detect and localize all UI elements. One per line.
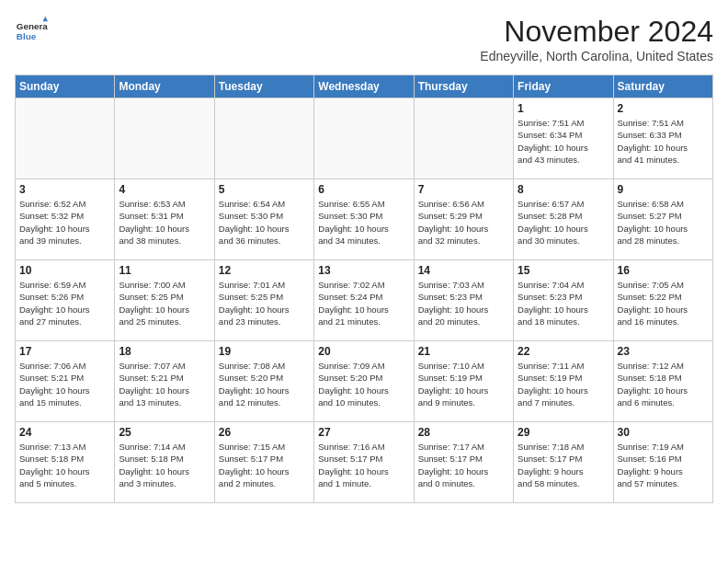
calendar-cell: 11Sunrise: 7:00 AM Sunset: 5:25 PM Dayli…	[115, 260, 214, 341]
day-number: 18	[119, 345, 210, 358]
calendar-table: SundayMondayTuesdayWednesdayThursdayFrid…	[15, 75, 713, 503]
calendar-cell: 17Sunrise: 7:06 AM Sunset: 5:21 PM Dayli…	[16, 341, 115, 422]
calendar-cell: 24Sunrise: 7:13 AM Sunset: 5:18 PM Dayli…	[16, 422, 115, 503]
day-number: 14	[418, 264, 509, 277]
calendar-cell: 4Sunrise: 6:53 AM Sunset: 5:31 PM Daylig…	[115, 179, 214, 260]
calendar-day-header-sunday: Sunday	[16, 75, 115, 98]
day-info: Sunrise: 6:56 AM Sunset: 5:29 PM Dayligh…	[418, 198, 509, 247]
day-number: 30	[618, 426, 709, 439]
calendar-cell: 29Sunrise: 7:18 AM Sunset: 5:17 PM Dayli…	[514, 422, 613, 503]
day-info: Sunrise: 7:04 AM Sunset: 5:23 PM Dayligh…	[518, 279, 609, 327]
page-header: General Blue November 2024 Edneyville, N…	[15, 15, 713, 63]
calendar-cell: 10Sunrise: 6:59 AM Sunset: 5:26 PM Dayli…	[16, 260, 115, 341]
day-info: Sunrise: 7:03 AM Sunset: 5:23 PM Dayligh…	[418, 279, 509, 327]
day-info: Sunrise: 7:18 AM Sunset: 5:17 PM Dayligh…	[518, 441, 609, 489]
day-info: Sunrise: 7:16 AM Sunset: 5:17 PM Dayligh…	[318, 441, 409, 489]
calendar-cell: 2Sunrise: 7:51 AM Sunset: 6:33 PM Daylig…	[613, 98, 712, 179]
month-title: November 2024	[480, 15, 713, 49]
day-number: 15	[518, 264, 609, 277]
day-number: 25	[119, 426, 210, 439]
calendar-cell	[16, 98, 115, 179]
title-block: November 2024 Edneyville, North Carolina…	[480, 15, 713, 63]
calendar-day-header-saturday: Saturday	[613, 75, 712, 98]
calendar-cell: 22Sunrise: 7:11 AM Sunset: 5:19 PM Dayli…	[514, 341, 613, 422]
calendar-cell: 23Sunrise: 7:12 AM Sunset: 5:18 PM Dayli…	[613, 341, 712, 422]
calendar-cell: 6Sunrise: 6:55 AM Sunset: 5:30 PM Daylig…	[314, 179, 414, 260]
day-info: Sunrise: 6:55 AM Sunset: 5:30 PM Dayligh…	[318, 198, 409, 247]
generalblue-logo-icon: General Blue	[15, 15, 48, 48]
day-info: Sunrise: 6:52 AM Sunset: 5:32 PM Dayligh…	[19, 198, 110, 247]
calendar-cell: 21Sunrise: 7:10 AM Sunset: 5:19 PM Dayli…	[414, 341, 513, 422]
day-info: Sunrise: 7:09 AM Sunset: 5:20 PM Dayligh…	[318, 360, 409, 408]
calendar-week-row-5: 24Sunrise: 7:13 AM Sunset: 5:18 PM Dayli…	[16, 422, 713, 503]
day-number: 19	[219, 345, 310, 358]
day-info: Sunrise: 7:11 AM Sunset: 5:19 PM Dayligh…	[518, 360, 609, 408]
day-info: Sunrise: 7:02 AM Sunset: 5:24 PM Dayligh…	[318, 279, 409, 327]
day-info: Sunrise: 7:15 AM Sunset: 5:17 PM Dayligh…	[219, 441, 310, 489]
calendar-cell: 9Sunrise: 6:58 AM Sunset: 5:27 PM Daylig…	[613, 179, 712, 260]
day-info: Sunrise: 6:57 AM Sunset: 5:28 PM Dayligh…	[518, 198, 609, 247]
calendar-cell: 27Sunrise: 7:16 AM Sunset: 5:17 PM Dayli…	[314, 422, 414, 503]
calendar-day-header-wednesday: Wednesday	[314, 75, 414, 98]
calendar-day-header-friday: Friday	[514, 75, 613, 98]
svg-text:General: General	[17, 21, 48, 31]
day-number: 24	[19, 426, 110, 439]
calendar-week-row-4: 17Sunrise: 7:06 AM Sunset: 5:21 PM Dayli…	[16, 341, 713, 422]
day-number: 6	[318, 183, 409, 196]
day-number: 23	[618, 345, 709, 358]
day-number: 9	[618, 183, 709, 196]
day-info: Sunrise: 6:54 AM Sunset: 5:30 PM Dayligh…	[219, 198, 310, 247]
day-info: Sunrise: 7:10 AM Sunset: 5:19 PM Dayligh…	[418, 360, 509, 408]
calendar-cell: 28Sunrise: 7:17 AM Sunset: 5:17 PM Dayli…	[414, 422, 513, 503]
calendar-cell	[414, 98, 513, 179]
calendar-cell: 7Sunrise: 6:56 AM Sunset: 5:29 PM Daylig…	[414, 179, 513, 260]
calendar-cell: 13Sunrise: 7:02 AM Sunset: 5:24 PM Dayli…	[314, 260, 414, 341]
day-info: Sunrise: 7:08 AM Sunset: 5:20 PM Dayligh…	[219, 360, 310, 408]
day-info: Sunrise: 7:17 AM Sunset: 5:17 PM Dayligh…	[418, 441, 509, 489]
calendar-cell: 18Sunrise: 7:07 AM Sunset: 5:21 PM Dayli…	[115, 341, 214, 422]
svg-marker-2	[43, 17, 48, 21]
day-info: Sunrise: 7:51 AM Sunset: 6:33 PM Dayligh…	[618, 117, 709, 166]
day-number: 22	[518, 345, 609, 358]
calendar-cell: 30Sunrise: 7:19 AM Sunset: 5:16 PM Dayli…	[613, 422, 712, 503]
day-info: Sunrise: 6:59 AM Sunset: 5:26 PM Dayligh…	[19, 279, 110, 327]
calendar-week-row-3: 10Sunrise: 6:59 AM Sunset: 5:26 PM Dayli…	[16, 260, 713, 341]
calendar-cell: 20Sunrise: 7:09 AM Sunset: 5:20 PM Dayli…	[314, 341, 414, 422]
day-number: 16	[618, 264, 709, 277]
day-info: Sunrise: 7:12 AM Sunset: 5:18 PM Dayligh…	[618, 360, 709, 408]
day-number: 29	[518, 426, 609, 439]
day-number: 21	[418, 345, 509, 358]
day-info: Sunrise: 7:00 AM Sunset: 5:25 PM Dayligh…	[119, 279, 210, 327]
calendar-cell: 16Sunrise: 7:05 AM Sunset: 5:22 PM Dayli…	[613, 260, 712, 341]
calendar-header-row: SundayMondayTuesdayWednesdayThursdayFrid…	[16, 75, 713, 98]
day-number: 28	[418, 426, 509, 439]
day-number: 1	[518, 102, 609, 115]
day-number: 20	[318, 345, 409, 358]
location-subtitle: Edneyville, North Carolina, United State…	[480, 49, 713, 63]
calendar-cell	[314, 98, 414, 179]
day-number: 26	[219, 426, 310, 439]
day-info: Sunrise: 7:51 AM Sunset: 6:34 PM Dayligh…	[518, 117, 609, 166]
day-number: 17	[19, 345, 110, 358]
calendar-cell	[115, 98, 214, 179]
day-info: Sunrise: 7:19 AM Sunset: 5:16 PM Dayligh…	[618, 441, 709, 489]
calendar-cell: 5Sunrise: 6:54 AM Sunset: 5:30 PM Daylig…	[214, 179, 313, 260]
day-number: 13	[318, 264, 409, 277]
day-number: 8	[518, 183, 609, 196]
calendar-day-header-thursday: Thursday	[414, 75, 513, 98]
day-info: Sunrise: 7:13 AM Sunset: 5:18 PM Dayligh…	[19, 441, 110, 489]
day-number: 11	[119, 264, 210, 277]
calendar-cell: 3Sunrise: 6:52 AM Sunset: 5:32 PM Daylig…	[16, 179, 115, 260]
day-info: Sunrise: 7:05 AM Sunset: 5:22 PM Dayligh…	[618, 279, 709, 327]
day-number: 7	[418, 183, 509, 196]
calendar-cell: 1Sunrise: 7:51 AM Sunset: 6:34 PM Daylig…	[514, 98, 613, 179]
calendar-week-row-2: 3Sunrise: 6:52 AM Sunset: 5:32 PM Daylig…	[16, 179, 713, 260]
svg-text:Blue: Blue	[17, 31, 37, 41]
day-number: 3	[19, 183, 110, 196]
day-number: 2	[618, 102, 709, 115]
calendar-cell: 25Sunrise: 7:14 AM Sunset: 5:18 PM Dayli…	[115, 422, 214, 503]
day-info: Sunrise: 7:07 AM Sunset: 5:21 PM Dayligh…	[119, 360, 210, 408]
day-number: 5	[219, 183, 310, 196]
calendar-cell	[214, 98, 313, 179]
day-number: 12	[219, 264, 310, 277]
